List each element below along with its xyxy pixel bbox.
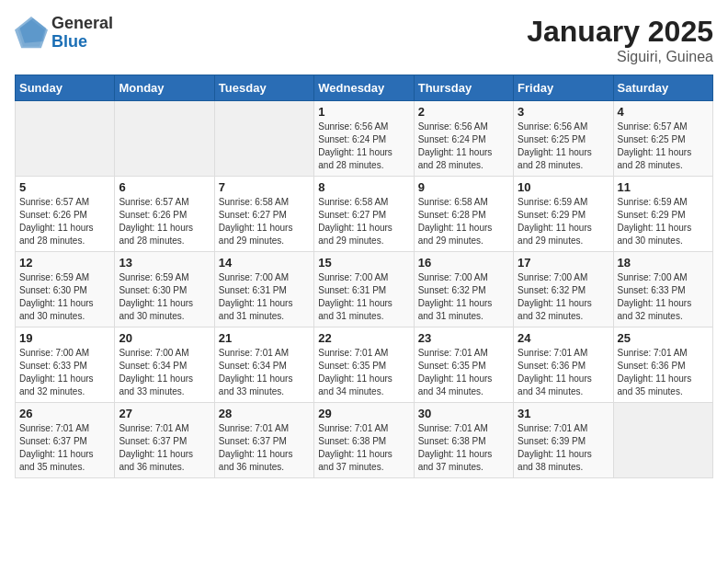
day-info: Sunrise: 7:01 AM Sunset: 6:37 PM Dayligh… [119, 422, 210, 474]
day-info: Sunrise: 7:01 AM Sunset: 6:37 PM Dayligh… [19, 422, 110, 474]
day-number: 2 [418, 105, 509, 119]
day-number: 9 [418, 180, 509, 194]
day-info: Sunrise: 7:00 AM Sunset: 6:33 PM Dayligh… [19, 347, 110, 398]
day-number: 28 [219, 407, 310, 420]
calendar-cell: 22Sunrise: 7:01 AM Sunset: 6:35 PM Dayli… [314, 327, 414, 403]
week-row-2: 5Sunrise: 6:57 AM Sunset: 6:26 PM Daylig… [16, 177, 713, 252]
day-info: Sunrise: 6:56 AM Sunset: 6:24 PM Dayligh… [418, 121, 509, 172]
day-info: Sunrise: 7:00 AM Sunset: 6:33 PM Dayligh… [618, 271, 709, 323]
calendar-cell: 27Sunrise: 7:01 AM Sunset: 6:37 PM Dayli… [115, 403, 214, 478]
calendar-cell [613, 403, 712, 478]
page-subtitle: Siguiri, Guinea [527, 49, 713, 65]
calendar-cell: 21Sunrise: 7:01 AM Sunset: 6:34 PM Dayli… [214, 327, 313, 403]
day-info: Sunrise: 6:57 AM Sunset: 6:26 PM Dayligh… [119, 196, 210, 247]
calendar-cell: 7Sunrise: 6:58 AM Sunset: 6:27 PM Daylig… [214, 177, 313, 252]
calendar-cell: 15Sunrise: 7:00 AM Sunset: 6:31 PM Dayli… [314, 252, 414, 327]
calendar-cell [115, 101, 214, 177]
calendar-cell: 8Sunrise: 6:58 AM Sunset: 6:27 PM Daylig… [314, 177, 414, 252]
week-row-1: 1Sunrise: 6:56 AM Sunset: 6:24 PM Daylig… [16, 101, 713, 177]
day-header-tuesday: Tuesday [214, 75, 313, 101]
day-number: 16 [418, 256, 509, 270]
day-info: Sunrise: 7:00 AM Sunset: 6:34 PM Dayligh… [119, 347, 210, 398]
day-info: Sunrise: 7:01 AM Sunset: 6:35 PM Dayligh… [318, 347, 409, 398]
day-number: 14 [219, 256, 310, 270]
calendar-cell: 29Sunrise: 7:01 AM Sunset: 6:38 PM Dayli… [314, 403, 414, 478]
day-number: 4 [618, 105, 709, 119]
day-info: Sunrise: 7:00 AM Sunset: 6:31 PM Dayligh… [318, 271, 409, 323]
day-number: 3 [518, 105, 609, 119]
week-row-5: 26Sunrise: 7:01 AM Sunset: 6:37 PM Dayli… [16, 403, 713, 478]
day-number: 10 [518, 180, 609, 194]
calendar-cell: 19Sunrise: 7:00 AM Sunset: 6:33 PM Dayli… [16, 327, 115, 403]
calendar-cell: 28Sunrise: 7:01 AM Sunset: 6:37 PM Dayli… [214, 403, 313, 478]
calendar-header: SundayMondayTuesdayWednesdayThursdayFrid… [16, 75, 713, 101]
calendar-cell: 20Sunrise: 7:00 AM Sunset: 6:34 PM Dayli… [115, 327, 214, 403]
calendar-cell: 23Sunrise: 7:01 AM Sunset: 6:35 PM Dayli… [414, 327, 513, 403]
calendar-cell: 3Sunrise: 6:56 AM Sunset: 6:25 PM Daylig… [514, 101, 613, 177]
day-info: Sunrise: 7:01 AM Sunset: 6:36 PM Dayligh… [518, 347, 609, 398]
day-number: 24 [518, 331, 609, 345]
day-number: 29 [318, 407, 409, 420]
day-info: Sunrise: 6:57 AM Sunset: 6:26 PM Dayligh… [19, 196, 110, 247]
day-number: 23 [418, 331, 509, 345]
calendar-cell: 13Sunrise: 6:59 AM Sunset: 6:30 PM Dayli… [115, 252, 214, 327]
day-info: Sunrise: 6:59 AM Sunset: 6:30 PM Dayligh… [19, 271, 110, 323]
day-number: 19 [19, 331, 110, 345]
day-number: 31 [518, 407, 609, 420]
day-number: 18 [618, 256, 709, 270]
logo-general: General [51, 15, 113, 33]
day-info: Sunrise: 7:01 AM Sunset: 6:38 PM Dayligh… [418, 422, 509, 474]
day-info: Sunrise: 7:01 AM Sunset: 6:38 PM Dayligh… [318, 422, 409, 474]
day-info: Sunrise: 6:59 AM Sunset: 6:30 PM Dayligh… [119, 271, 210, 323]
calendar-cell: 2Sunrise: 6:56 AM Sunset: 6:24 PM Daylig… [414, 101, 513, 177]
calendar-cell: 10Sunrise: 6:59 AM Sunset: 6:29 PM Dayli… [514, 177, 613, 252]
day-header-sunday: Sunday [16, 75, 115, 101]
calendar-cell: 9Sunrise: 6:58 AM Sunset: 6:28 PM Daylig… [414, 177, 513, 252]
calendar-table: SundayMondayTuesdayWednesdayThursdayFrid… [15, 75, 713, 478]
day-info: Sunrise: 7:01 AM Sunset: 6:39 PM Dayligh… [518, 422, 609, 474]
day-info: Sunrise: 7:01 AM Sunset: 6:34 PM Dayligh… [219, 347, 310, 398]
calendar-cell: 12Sunrise: 6:59 AM Sunset: 6:30 PM Dayli… [16, 252, 115, 327]
day-info: Sunrise: 7:01 AM Sunset: 6:36 PM Dayligh… [618, 347, 709, 398]
calendar-cell: 31Sunrise: 7:01 AM Sunset: 6:39 PM Dayli… [514, 403, 613, 478]
day-info: Sunrise: 6:59 AM Sunset: 6:29 PM Dayligh… [618, 196, 709, 247]
day-info: Sunrise: 6:58 AM Sunset: 6:28 PM Dayligh… [418, 196, 509, 247]
day-header-thursday: Thursday [414, 75, 513, 101]
calendar-cell: 25Sunrise: 7:01 AM Sunset: 6:36 PM Dayli… [613, 327, 712, 403]
day-info: Sunrise: 6:56 AM Sunset: 6:24 PM Dayligh… [318, 121, 409, 172]
day-number: 26 [19, 407, 110, 420]
calendar-cell: 26Sunrise: 7:01 AM Sunset: 6:37 PM Dayli… [16, 403, 115, 478]
week-row-4: 19Sunrise: 7:00 AM Sunset: 6:33 PM Dayli… [16, 327, 713, 403]
calendar-cell [16, 101, 115, 177]
day-number: 13 [119, 256, 210, 270]
day-info: Sunrise: 6:58 AM Sunset: 6:27 PM Dayligh… [318, 196, 409, 247]
svg-marker-2 [15, 17, 48, 48]
page-title: January 2025 [527, 15, 713, 49]
calendar-cell: 1Sunrise: 6:56 AM Sunset: 6:24 PM Daylig… [314, 101, 414, 177]
day-number: 8 [318, 180, 409, 194]
calendar-cell: 18Sunrise: 7:00 AM Sunset: 6:33 PM Dayli… [613, 252, 712, 327]
day-number: 5 [19, 180, 110, 194]
day-number: 30 [418, 407, 509, 420]
day-header-saturday: Saturday [613, 75, 712, 101]
days-of-week-row: SundayMondayTuesdayWednesdayThursdayFrid… [16, 75, 713, 101]
logo-icon [15, 17, 48, 50]
day-number: 17 [518, 256, 609, 270]
day-info: Sunrise: 7:00 AM Sunset: 6:32 PM Dayligh… [418, 271, 509, 323]
day-info: Sunrise: 6:57 AM Sunset: 6:25 PM Dayligh… [618, 121, 709, 172]
day-number: 7 [219, 180, 310, 194]
calendar-cell [214, 101, 313, 177]
logo-blue: Blue [51, 33, 113, 52]
day-number: 27 [119, 407, 210, 420]
day-info: Sunrise: 7:01 AM Sunset: 6:35 PM Dayligh… [418, 347, 509, 398]
calendar-body: 1Sunrise: 6:56 AM Sunset: 6:24 PM Daylig… [16, 101, 713, 478]
day-number: 6 [119, 180, 210, 194]
day-number: 22 [318, 331, 409, 345]
page-header: General Blue January 2025 Siguiri, Guine… [15, 15, 713, 65]
calendar-cell: 11Sunrise: 6:59 AM Sunset: 6:29 PM Dayli… [613, 177, 712, 252]
calendar-cell: 14Sunrise: 7:00 AM Sunset: 6:31 PM Dayli… [214, 252, 313, 327]
calendar-cell: 4Sunrise: 6:57 AM Sunset: 6:25 PM Daylig… [613, 101, 712, 177]
day-number: 25 [618, 331, 709, 345]
day-number: 21 [219, 331, 310, 345]
day-info: Sunrise: 6:59 AM Sunset: 6:29 PM Dayligh… [518, 196, 609, 247]
